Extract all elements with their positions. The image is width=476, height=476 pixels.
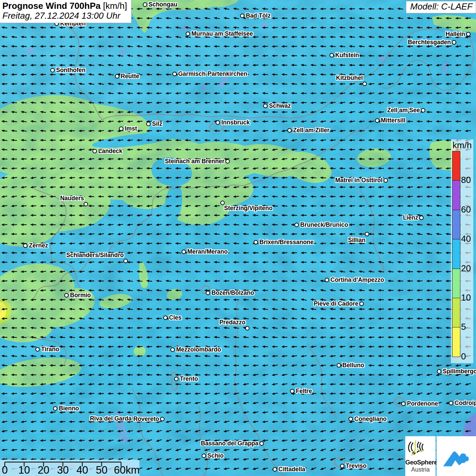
- cities-layer: SchongauBad TölzKemptenMurnau am Staffel…: [0, 0, 476, 476]
- city-label: Riva del Garda: [90, 415, 132, 422]
- city-marker-icon: [50, 68, 55, 72]
- city-marker-icon: [375, 118, 379, 123]
- city-marker-icon: [35, 347, 40, 352]
- city-marker-icon: [452, 40, 456, 45]
- city-label: Cles: [169, 314, 182, 321]
- city-marker-icon: [329, 53, 334, 57]
- city-marker-icon: [225, 159, 230, 164]
- city-marker-icon: [263, 104, 268, 108]
- city-label: Mittersill: [381, 117, 405, 124]
- city-label: Murnau am Staffelsee: [191, 30, 253, 37]
- map-title: Prognose Wind 700hPa [km/h]: [2, 1, 127, 11]
- city-label: Nauders: [60, 195, 84, 202]
- city-marker-icon: [170, 347, 175, 352]
- city-marker-icon: [359, 302, 364, 306]
- city-marker-icon: [437, 369, 441, 374]
- city-marker-icon: [206, 291, 210, 295]
- scale-bar: 0102030405060km: [0, 460, 139, 476]
- city-marker-icon: [240, 14, 244, 18]
- legend-tick-label: 0: [461, 351, 466, 362]
- city-label: Kitzbühel: [336, 74, 363, 82]
- city-label: Bruneck/Brunico: [300, 221, 348, 228]
- city-label: Zell am See: [387, 107, 420, 114]
- city-marker-icon: [160, 417, 165, 421]
- legend-tick-label: 5: [461, 322, 466, 332]
- geosphere-logo-box: GeoSphere Austria: [405, 436, 436, 476]
- city-label: Brixen/Bressanone: [259, 239, 314, 246]
- legend-bar: [452, 151, 460, 357]
- city-label: Feltre: [296, 388, 312, 395]
- wind-forecast-map: SchongauBad TölzKemptenMurnau am Staffel…: [0, 0, 476, 476]
- city-label: Bassano del Grappa: [201, 440, 258, 447]
- city-marker-icon: [163, 316, 168, 320]
- city-marker-icon: [143, 2, 147, 7]
- legend-tick-label: 20: [461, 263, 471, 274]
- city-marker-icon: [53, 406, 57, 411]
- city-marker-icon: [365, 232, 369, 236]
- legend-segment: [453, 180, 460, 209]
- city-label: Zernez: [29, 242, 48, 249]
- city-marker-icon: [290, 389, 294, 393]
- city-marker-icon: [115, 74, 119, 79]
- city-label: Sillian: [348, 237, 366, 244]
- city-marker-icon: [273, 467, 277, 472]
- city-label: Zell am Ziller: [293, 127, 329, 134]
- scale-tick-label: 30: [57, 464, 69, 476]
- scale-tick-label: 60km: [114, 464, 140, 476]
- city-marker-icon: [325, 278, 329, 282]
- city-label: Schwaz: [269, 102, 291, 109]
- geosphere-logo-icon: [405, 438, 426, 459]
- city-marker-icon: [259, 441, 264, 446]
- model-label: Modell: C-LAEF: [406, 1, 476, 13]
- legend-unit-label: km/h: [453, 140, 472, 151]
- city-label: Pieve di Cadore: [314, 300, 358, 307]
- city-marker-icon: [337, 363, 341, 368]
- geosphere-org-name: GeoSphere: [405, 459, 436, 466]
- map-subtitle: Freitag, 27.12.2024 13:00 Uhr: [2, 11, 127, 21]
- city-marker-icon: [245, 326, 250, 330]
- city-marker-icon: [449, 401, 453, 405]
- city-label: Bormio: [70, 292, 91, 299]
- city-marker-icon: [23, 243, 28, 248]
- scale-tick-label: 40: [76, 464, 88, 476]
- legend: km/h 806040201050: [451, 139, 473, 363]
- legend-tick-label: 60: [461, 204, 471, 215]
- city-marker-icon: [466, 32, 471, 36]
- city-label: Trento: [180, 375, 198, 382]
- city-label: Lienz: [403, 214, 418, 221]
- city-label: Treviso: [346, 462, 367, 470]
- city-marker-icon: [216, 120, 220, 125]
- city-label: Mezzolombardo: [176, 346, 221, 353]
- city-label: Pordenone: [407, 400, 438, 407]
- city-label: Imst: [125, 125, 137, 132]
- city-label: Sterzing/Vipiteno: [224, 205, 273, 212]
- city-label: Berchtesgaden: [408, 39, 451, 46]
- city-label: Schio: [207, 452, 224, 459]
- city-label: Belluno: [342, 362, 364, 369]
- legend-segment: [453, 298, 460, 327]
- city-marker-icon: [119, 126, 123, 131]
- city-marker-icon: [362, 82, 367, 86]
- legend-segment: [453, 327, 460, 356]
- legend-tick-label: 10: [461, 292, 471, 303]
- city-label: Silz: [152, 120, 162, 128]
- city-label: Bienno: [59, 405, 79, 412]
- city-marker-icon: [172, 72, 177, 76]
- city-label: Steinach am Brenner: [165, 158, 224, 165]
- city-label: Landeck: [98, 148, 122, 155]
- legend-segment: [453, 151, 460, 180]
- city-label: Meran/Merano: [187, 248, 228, 255]
- partner-logo-box: [437, 436, 476, 476]
- scale-tick-label: 20: [38, 464, 49, 476]
- city-marker-icon: [294, 223, 299, 227]
- city-label: Schlanders/Silandro: [66, 252, 124, 259]
- legend-tick-label: 80: [461, 175, 471, 185]
- city-label: Bad Tölz: [246, 12, 271, 19]
- legend-tick-label: 40: [461, 234, 471, 244]
- city-marker-icon: [182, 250, 186, 254]
- title-box: Prognose Wind 700hPa [km/h] Freitag, 27.…: [0, 0, 132, 23]
- city-marker-icon: [123, 259, 128, 263]
- city-label: Schongau: [149, 1, 177, 8]
- city-label: Reutte: [121, 73, 139, 80]
- city-label: Codroipo: [455, 400, 476, 407]
